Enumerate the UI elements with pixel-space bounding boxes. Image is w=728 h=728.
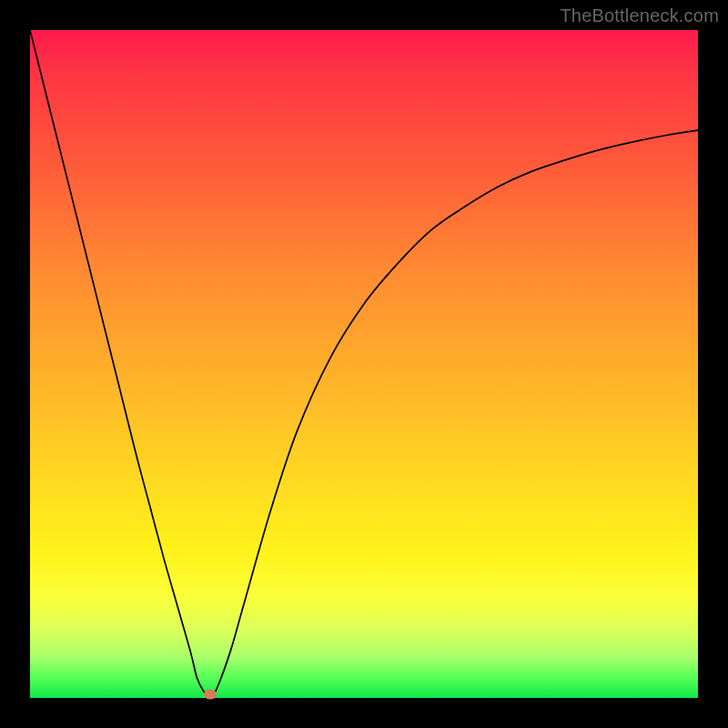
watermark-text: TheBottleneck.com	[560, 5, 719, 26]
bottleneck-curve	[30, 30, 698, 698]
chart-frame: TheBottleneck.com	[0, 0, 728, 728]
minimum-marker	[204, 690, 217, 700]
plot-area	[30, 30, 698, 698]
